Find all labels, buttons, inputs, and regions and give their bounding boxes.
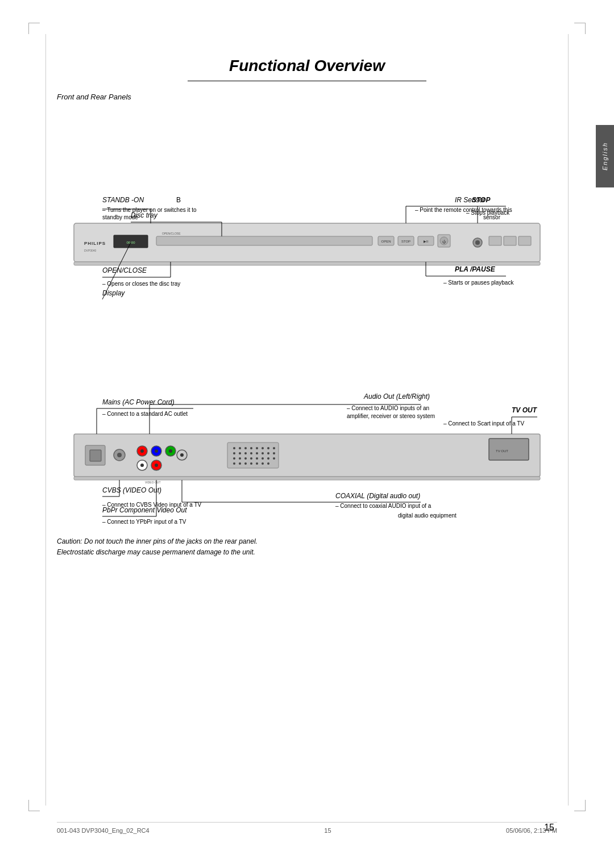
svg-rect-50: [74, 434, 540, 477]
svg-point-57: [151, 446, 161, 456]
svg-point-63: [151, 460, 161, 470]
svg-text:Mains (AC Power Cord): Mains (AC Power Cord): [102, 398, 175, 406]
svg-rect-13: [438, 235, 450, 247]
svg-text:– Connect to a standard AC out: – Connect to a standard AC outlet: [102, 411, 188, 417]
svg-point-53: [114, 449, 125, 461]
svg-rect-0: [74, 223, 540, 262]
svg-text:DVP3040: DVP3040: [84, 249, 97, 252]
svg-text:STOP: STOP: [401, 240, 410, 243]
svg-text:– Connect to CVBS Video input : – Connect to CVBS Video input of a TV: [102, 502, 202, 508]
svg-text:OPEN/CLOSE: OPEN/CLOSE: [102, 266, 147, 274]
svg-text:– Point the remote control tow: – Point the remote control towards this: [415, 207, 512, 213]
corner-mark-tr: [574, 23, 586, 34]
svg-point-80: [244, 452, 247, 454]
svg-text:⏻: ⏻: [442, 240, 446, 244]
svg-rect-69: [227, 443, 279, 468]
svg-point-87: [239, 457, 241, 460]
svg-point-88: [244, 457, 247, 460]
svg-text:VIDEO OUT: VIDEO OUT: [145, 481, 161, 484]
svg-rect-11: [418, 236, 434, 245]
svg-point-55: [137, 446, 147, 456]
svg-point-81: [250, 452, 252, 454]
page-number: 15: [544, 823, 554, 833]
svg-text:amplifier, receiver or stereo : amplifier, receiver or stereo system: [347, 413, 435, 419]
svg-line-35: [102, 243, 131, 299]
footer-left: 001-043 DVP3040_Eng_02_RC4: [57, 827, 150, 834]
margin-line-left: [45, 34, 46, 806]
svg-point-76: [267, 447, 269, 449]
svg-text:digital audio equipment: digital audio equipment: [398, 512, 457, 519]
svg-text:IR Sensor: IR Sensor: [455, 196, 486, 204]
svg-point-72: [244, 447, 247, 449]
svg-point-77: [273, 447, 275, 449]
corner-mark-br: [574, 800, 586, 811]
svg-point-70: [233, 447, 235, 449]
svg-point-17: [475, 240, 480, 245]
caution-text: Caution: Do not touch the inner pins of …: [57, 536, 557, 558]
svg-text:COAXIAL (Digital audio out): COAXIAL (Digital audio out): [335, 492, 420, 500]
svg-text:STANDB -ON: STANDB -ON: [102, 196, 144, 204]
svg-text:sensor: sensor: [483, 214, 501, 220]
svg-point-73: [250, 447, 252, 449]
svg-point-84: [267, 452, 269, 454]
svg-point-100: [267, 462, 269, 465]
svg-point-79: [239, 452, 241, 454]
svg-text:CVBS (VIDEO Out): CVBS (VIDEO Out): [102, 486, 161, 494]
svg-text:TV OUT: TV OUT: [496, 449, 508, 453]
svg-text:00:00: 00:00: [126, 241, 135, 244]
svg-rect-19: [504, 236, 516, 245]
svg-text:– Stops playback: – Stops playback: [466, 210, 510, 216]
svg-point-96: [244, 462, 247, 465]
svg-point-89: [250, 457, 252, 460]
svg-point-16: [473, 238, 482, 247]
footer-center: 15: [324, 827, 331, 834]
rear-panel-diagram: COMPONENT VIDEO OUT: [57, 320, 557, 525]
svg-rect-6: [156, 236, 372, 245]
svg-text:– Starts or pauses playback: – Starts or pauses playback: [443, 279, 514, 286]
svg-rect-9: [398, 236, 414, 245]
svg-point-71: [239, 447, 241, 449]
svg-text:– Connect to Scart input of a : – Connect to Scart input of a TV: [443, 420, 524, 427]
svg-text:OPEN/CLOSE: OPEN/CLOSE: [162, 232, 181, 235]
svg-rect-103: [74, 477, 540, 480]
corner-mark-bl: [28, 800, 40, 811]
front-panel-svg: PHILIPS DVP3040 00:00 OPEN/CLOSE OPEN ST…: [57, 118, 557, 300]
svg-point-54: [117, 453, 122, 457]
svg-point-61: [137, 460, 147, 470]
svg-point-62: [140, 464, 144, 467]
svg-point-94: [233, 462, 235, 465]
svg-rect-3: [114, 235, 148, 248]
svg-point-66: [180, 453, 184, 457]
svg-rect-20: [518, 236, 531, 245]
svg-text:– Connect to YPbPr input of a : – Connect to YPbPr input of a TV: [102, 519, 186, 525]
svg-text:▶II: ▶II: [424, 240, 429, 243]
svg-point-91: [262, 457, 264, 460]
language-tab: English: [596, 125, 614, 187]
svg-point-56: [140, 449, 144, 453]
svg-point-99: [262, 462, 264, 465]
svg-text:B: B: [176, 196, 181, 204]
svg-point-82: [256, 452, 258, 454]
svg-point-59: [165, 446, 176, 456]
svg-point-78: [233, 452, 235, 454]
section-subtitle: Front and Rear Panels: [57, 93, 557, 101]
svg-point-64: [155, 464, 158, 467]
svg-rect-101: [489, 439, 529, 460]
svg-text:PbPr Component Video Out: PbPr Component Video Out: [102, 506, 187, 514]
svg-point-65: [177, 450, 187, 460]
svg-text:COMPONENT: COMPONENT: [131, 477, 150, 480]
front-panel-diagram: PHILIPS DVP3040 00:00 OPEN/CLOSE OPEN ST…: [57, 118, 557, 300]
svg-text:standby mode: standby mode: [102, 214, 138, 220]
svg-point-95: [239, 462, 241, 465]
svg-point-14: [440, 237, 448, 245]
margin-line-right: [568, 34, 569, 806]
svg-point-90: [256, 457, 258, 460]
svg-text:– Opens or closes the disc tra: – Opens or closes the disc tray: [102, 281, 180, 287]
svg-rect-18: [489, 236, 501, 245]
svg-rect-7: [378, 236, 394, 245]
svg-text:– Shows information about the : – Shows information about the current: [102, 299, 198, 300]
svg-point-58: [155, 449, 158, 453]
svg-text:Display: Display: [102, 289, 125, 297]
svg-text:PLA /PAUSE: PLA /PAUSE: [455, 265, 496, 273]
page-footer: 001-043 DVP3040_Eng_02_RC4 15 05/06/06, …: [57, 822, 557, 834]
